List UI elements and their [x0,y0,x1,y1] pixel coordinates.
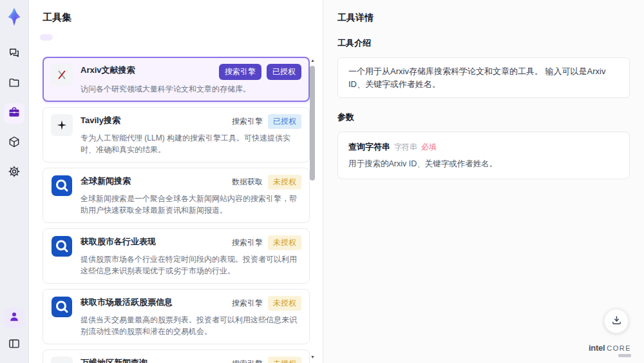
param-type: 字符串 [394,142,417,153]
cube-icon [8,135,21,151]
params-list: 查询字符串 字符串 必填 用于搜索的Arxiv ID、关键字或作者姓名。 [337,132,630,179]
category-badge: 搜索引擎 [232,116,263,127]
tool-list-item[interactable]: 获取股市各行业表现 搜索引擎 未授权 提供股票市场各个行业在特定时间段内的表现。… [43,228,310,284]
scrollbar-thumb[interactable] [310,66,315,181]
tool-description: 提供当天交易量最高的股票列表。投资者可以利用这些信息来识别流动性强的股票和潜在的… [80,314,301,337]
sidebar-item-files[interactable] [4,74,24,94]
tool-icon [51,296,73,318]
scroll-up-arrow[interactable]: ▲ [310,58,316,63]
tool-name: 万维地区新闻查询 [80,357,147,363]
auth-status-badge[interactable]: 已授权 [267,64,301,80]
tool-name: 获取股市各行业表现 [80,235,156,248]
app-logo-icon [4,6,24,27]
tool-name: Tavily搜索 [80,114,120,126]
category-tab[interactable] [58,34,71,41]
param-name: 查询字符串 [348,141,390,153]
tool-icon [51,64,73,86]
category-tabs [40,34,323,41]
param-description: 用于搜索的Arxiv ID、关键字或作者姓名。 [348,159,619,170]
folder-icon [8,76,21,92]
sidebar-item-toolbox[interactable] [4,103,24,124]
tool-icon [51,235,73,257]
category-tab[interactable] [94,34,107,41]
tool-icon [51,357,73,363]
auth-status-badge: 未授权 [268,235,301,250]
auth-status-badge: 未授权 [268,357,301,363]
page-title: 工具集 [29,0,323,24]
core-text: CORE [607,344,631,352]
category-badge: 搜索引擎 [232,298,263,309]
auth-status-badge: 已授权 [268,114,301,129]
ultra-badge [618,354,631,357]
tool-name: 获取市场最活跃股票信息 [80,296,173,308]
tool-list-item[interactable]: 获取市场最活跃股票信息 搜索引擎 未授权 提供当天交易量最高的股票列表。投资者可… [43,289,310,344]
tool-description: 全球新闻搜索是一个聚合全球各大新闻网站内容的搜索引擎，帮助用户快速获取全球最新资… [80,193,301,216]
sidebar-item-settings[interactable] [4,162,24,183]
intel-text: intel [589,343,605,353]
tool-description: 专为人工智能代理 (LLM) 构建的搜索引擎工具。可快速提供实时、准确和真实的结… [80,132,301,155]
tool-icon [51,114,73,136]
scrollbar[interactable]: ▲ ▼ [310,58,316,359]
param-card: 查询字符串 字符串 必填 用于搜索的Arxiv ID、关键字或作者姓名。 [337,132,630,179]
tool-list-item[interactable]: 全球新闻搜索 数据获取 未授权 全球新闻搜索是一个聚合全球各大新闻网站内容的搜索… [43,168,310,223]
intel-core-logo: intel CORE [589,343,631,353]
tool-list-item[interactable]: Arxiv文献搜索 搜索引擎 已授权 访问各个研究领域大量科学论文和文章的存储库… [43,57,310,102]
detail-title: 工具详情 [337,12,630,24]
auth-status-badge: 未授权 [268,296,301,311]
app-window: 工具集 Arxiv文献搜索 搜索引擎 已授权 访问各个研究领域大量科学论文和文章… [0,0,644,363]
left-sidebar [0,0,29,363]
tool-list-item[interactable]: Tavily搜索 搜索引擎 已授权 专为人工智能代理 (LLM) 构建的搜索引擎… [43,107,310,162]
toolbox-icon [8,106,21,121]
sidebar-item-panel-toggle[interactable] [4,335,24,355]
user-icon [8,310,21,326]
tool-list-panel: 工具集 Arxiv文献搜索 搜索引擎 已授权 访问各个研究领域大量科学论文和文章… [29,0,323,363]
tool-intro-text: 一个用于从Arxiv存储库搜索科学论文和文章的工具。 输入可以是Arxiv ID… [337,57,630,98]
sidebar-item-plugins[interactable] [4,133,24,153]
sidebar-item-chat[interactable] [4,44,24,64]
tool-name: 全球新闻搜索 [80,175,131,187]
sidebar-item-profile[interactable] [4,308,24,328]
tool-description: 访问各个研究领域大量科学论文和文章的存储库。 [80,83,301,95]
tool-icon [51,175,73,197]
scroll-down-arrow[interactable]: ▼ [310,355,316,359]
tool-list: Arxiv文献搜索 搜索引擎 已授权 访问各个研究领域大量科学论文和文章的存储库… [43,57,310,363]
category-tab[interactable] [76,34,89,41]
tool-list-item[interactable]: 万维地区新闻查询 搜索引擎 未授权 查询具体行政区划内的新闻，快速了解各地新闻动… [43,349,310,363]
chat-icon [8,46,21,62]
tool-description: 提供股票市场各个行业在特定时间段内的表现。投资者可以利用这些信息来识别表现优于或… [80,253,301,277]
download-icon [611,315,622,328]
intro-heading: 工具介绍 [337,37,630,49]
auth-status-badge: 未授权 [268,175,301,190]
tool-name: Arxiv文献搜索 [80,64,135,76]
tool-detail-panel: 工具详情 工具介绍 一个用于从Arxiv存储库搜索科学论文和文章的工具。 输入可… [323,0,644,363]
download-button[interactable] [604,309,629,333]
category-badge: 搜索引擎 [232,237,263,248]
params-heading: 参数 [337,112,630,123]
category-tab[interactable] [40,34,53,41]
category-badge[interactable]: 搜索引擎 [219,64,261,80]
param-required-flag: 必填 [421,142,437,153]
category-badge: 数据获取 [232,177,263,188]
gear-icon [8,165,21,181]
category-badge: 搜索引擎 [232,358,263,363]
panel-toggle-icon [8,337,21,353]
